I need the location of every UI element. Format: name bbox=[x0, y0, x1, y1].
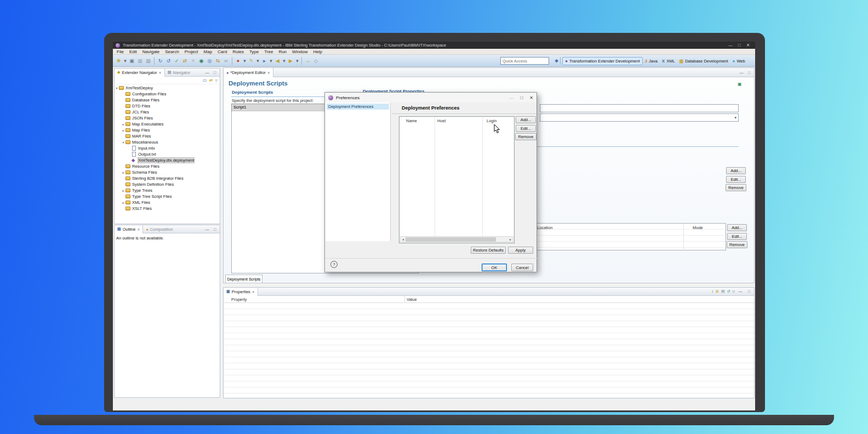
location-remove-button[interactable]: Remove bbox=[727, 241, 747, 248]
references-icon[interactable]: ∞ bbox=[222, 57, 230, 65]
server-remove-button[interactable]: Remove bbox=[726, 184, 746, 191]
ok-button[interactable]: OK bbox=[482, 264, 507, 271]
view-menu-icon[interactable]: ▽ bbox=[215, 78, 218, 82]
tree-item[interactable]: MAR Files bbox=[115, 133, 220, 139]
tab-composition[interactable]: ● Composition bbox=[143, 225, 175, 233]
tree-item[interactable]: Output.txt bbox=[115, 151, 220, 157]
tree-item[interactable]: Sterling B2B Integrator Files bbox=[115, 175, 220, 181]
dialog-maximize-button[interactable]: □ bbox=[520, 95, 523, 100]
help-button[interactable]: ? bbox=[330, 261, 338, 268]
save-icon[interactable]: ▣ bbox=[128, 57, 135, 65]
dialog-edit-button[interactable]: Edit... bbox=[516, 125, 536, 132]
tab-properties[interactable]: ▦ Properties ✕ bbox=[224, 288, 258, 296]
forward-icon[interactable]: ▶ bbox=[287, 57, 294, 65]
perspective-xml-button[interactable]: X XML bbox=[660, 57, 677, 65]
quick-access-input[interactable] bbox=[500, 57, 549, 65]
new-wizard-icon[interactable]: ❋ bbox=[115, 57, 122, 65]
tab-close-icon[interactable]: ✕ bbox=[137, 227, 140, 231]
open-perspective-icon[interactable]: ❖ bbox=[555, 59, 558, 64]
cancel-button[interactable]: Cancel bbox=[511, 264, 533, 271]
menu-project[interactable]: Project bbox=[182, 49, 201, 54]
perspective-java-button[interactable]: J Java bbox=[643, 57, 660, 65]
tree-item[interactable]: ▸Type Trees bbox=[115, 187, 220, 193]
tab-close-icon[interactable]: ✕ bbox=[252, 290, 255, 294]
analyze-map-icon[interactable]: ⇄ bbox=[181, 57, 189, 65]
last-edit-location-icon[interactable]: → bbox=[304, 57, 311, 65]
maximize-view-icon[interactable]: □ bbox=[212, 71, 218, 75]
show-advanced-icon[interactable]: ▤ bbox=[721, 289, 725, 294]
dialog-add-button[interactable]: Add... bbox=[516, 116, 536, 123]
tree-item[interactable]: Resource Files bbox=[115, 163, 220, 169]
database-import-icon[interactable]: ◎ bbox=[206, 57, 213, 65]
tree-item[interactable]: Configuration Files bbox=[115, 91, 220, 97]
tree-item[interactable]: ▾Miscellaneous bbox=[115, 139, 220, 145]
tree-item[interactable]: ▸Map Files bbox=[115, 127, 220, 133]
tab-outline[interactable]: ▤ Outline ✕ bbox=[115, 225, 143, 233]
new-map-icon[interactable]: ▸ bbox=[261, 57, 268, 65]
back-dropdown-icon[interactable]: ▾ bbox=[282, 57, 286, 65]
close-button[interactable]: ✕ bbox=[744, 43, 752, 48]
tab-close-icon[interactable]: ✕ bbox=[159, 71, 162, 75]
tree-item[interactable]: Type Tree Script Files bbox=[115, 193, 220, 199]
tree-item-selected[interactable]: ◆XmlTestDeploy.dtx.deployment bbox=[115, 157, 220, 163]
minimize-editor-icon[interactable]: — bbox=[738, 71, 745, 75]
tree-item[interactable]: System Definition Files bbox=[115, 181, 220, 187]
database-query-icon[interactable]: ◉ bbox=[198, 57, 205, 65]
menu-navigate[interactable]: Navigate bbox=[140, 49, 163, 54]
perspective-web-button[interactable]: ● Web bbox=[730, 57, 747, 65]
location-edit-button[interactable]: Edit... bbox=[727, 233, 747, 240]
tab-extender-navigator[interactable]: ◆ Extender Navigator ✕ bbox=[115, 68, 165, 77]
show-categories-icon[interactable]: ⊞ bbox=[716, 289, 719, 294]
menu-file[interactable]: File bbox=[114, 49, 127, 54]
maximize-view-icon[interactable]: □ bbox=[746, 289, 752, 294]
dialog-minimize-button[interactable]: — bbox=[509, 95, 513, 100]
restore-default-value-icon[interactable]: ↺ bbox=[727, 289, 730, 294]
tree-item-project[interactable]: ▾XmlTestDeploy bbox=[115, 85, 220, 91]
scroll-right-icon[interactable]: ▸ bbox=[508, 237, 513, 241]
tab-navigator[interactable]: ▤ Navigator bbox=[165, 68, 193, 77]
combo-chevron-down-icon[interactable]: ▾ bbox=[734, 116, 736, 120]
build-map-icon[interactable]: ↻ bbox=[157, 57, 164, 65]
tree-item[interactable]: Database Files bbox=[115, 97, 220, 103]
restore-defaults-button[interactable]: Restore Defaults bbox=[471, 247, 506, 254]
tree-item[interactable]: JSON Files bbox=[115, 115, 220, 121]
tab-deployment-editor[interactable]: ● *Deployment Editor ✕ bbox=[224, 68, 273, 77]
sort-icon[interactable]: ↕ bbox=[712, 289, 714, 294]
tree-item[interactable]: DTD Files bbox=[115, 103, 220, 109]
view-menu-icon[interactable]: ▽ bbox=[732, 289, 735, 294]
swap-io-icon[interactable]: ⇆ bbox=[214, 57, 221, 65]
new-dropdown-icon[interactable]: ▾ bbox=[123, 57, 127, 65]
new-map-dropdown-icon[interactable]: ▾ bbox=[269, 57, 273, 65]
menu-type[interactable]: Type bbox=[247, 49, 261, 54]
dialog-close-button[interactable]: ✕ bbox=[529, 95, 533, 100]
column-value[interactable]: Value bbox=[407, 297, 417, 302]
minimize-view-icon[interactable]: — bbox=[204, 227, 210, 231]
check-map-icon[interactable]: ✓ bbox=[173, 57, 180, 65]
tree-item[interactable]: JCL Files bbox=[115, 109, 220, 115]
menu-rules[interactable]: Rules bbox=[230, 49, 246, 54]
column-property[interactable]: Property bbox=[231, 297, 247, 302]
column-host[interactable]: Host bbox=[437, 118, 446, 123]
pin-editor-icon[interactable]: ◇ bbox=[312, 57, 319, 65]
menu-run[interactable]: Run bbox=[276, 49, 289, 54]
minimize-view-icon[interactable]: — bbox=[204, 71, 210, 75]
menu-window[interactable]: Window bbox=[289, 49, 310, 54]
page-tab-deployment-scripts[interactable]: Deployment Scripts bbox=[225, 275, 262, 283]
minimize-view-icon[interactable]: — bbox=[737, 289, 744, 294]
maximize-editor-icon[interactable]: □ bbox=[746, 71, 752, 75]
build-all-maps-icon[interactable]: ↺ bbox=[165, 57, 172, 65]
tree-item[interactable]: ▸XML Files bbox=[115, 199, 220, 205]
collapse-all-icon[interactable]: ▭ bbox=[203, 78, 207, 83]
menu-edit[interactable]: Edit bbox=[127, 49, 140, 54]
column-name[interactable]: Name bbox=[406, 118, 417, 123]
style-dropdown-icon[interactable]: ▾ bbox=[256, 57, 260, 65]
perspective-database-button[interactable]: ▥ Database Development bbox=[677, 57, 730, 65]
servers-table[interactable]: Name Host Login ◂ ▸ bbox=[399, 116, 515, 243]
menu-map[interactable]: Map bbox=[201, 49, 215, 54]
edit-style-icon[interactable]: ✎ bbox=[248, 57, 255, 65]
run-dropdown-icon[interactable]: ▾ bbox=[243, 57, 247, 65]
column-login[interactable]: Login bbox=[487, 118, 496, 123]
scroll-left-icon[interactable]: ◂ bbox=[401, 237, 406, 241]
tree-item[interactable]: Input.mtx bbox=[115, 145, 220, 151]
forward-dropdown-icon[interactable]: ▾ bbox=[295, 57, 299, 65]
